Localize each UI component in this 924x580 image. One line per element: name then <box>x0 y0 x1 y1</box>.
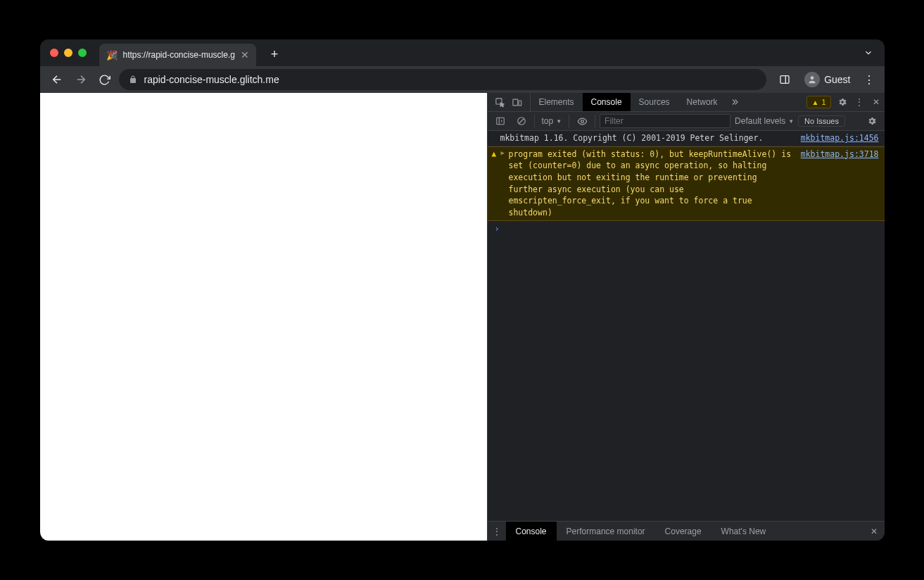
svg-rect-2 <box>780 76 789 84</box>
filter-input[interactable] <box>600 114 730 128</box>
log-source-link[interactable]: mkbitmap.js:3718 <box>801 149 879 219</box>
warning-count-badge[interactable]: ▲ 1 <box>806 96 830 108</box>
issues-button[interactable]: No Issues <box>798 115 845 127</box>
browser-window: 🎉 https://rapid-concise-muscle.g ✕ + rap… <box>40 39 885 541</box>
tab-elements[interactable]: Elements <box>531 93 583 111</box>
svg-rect-8 <box>496 118 504 124</box>
lock-icon[interactable] <box>129 75 137 84</box>
drawer-tab-console[interactable]: Console <box>506 522 557 541</box>
close-tab-icon[interactable]: ✕ <box>241 49 249 61</box>
log-source-link[interactable]: mkbitmap.js:1456 <box>801 132 879 144</box>
svg-rect-6 <box>513 99 518 106</box>
expand-caret-icon[interactable]: ▶ <box>501 149 505 158</box>
console-toolbar: top ▼ Default levels ▼ No Issues <box>488 112 885 131</box>
devtools-panel: Elements Console Sources Network ▲ 1 ⋮ ✕ <box>487 93 885 541</box>
console-settings-icon[interactable] <box>863 116 880 126</box>
log-message: mkbitmap 1.16. Copyright (C) 2001-2019 P… <box>500 132 795 144</box>
favicon-icon: 🎉 <box>106 50 118 61</box>
console-prompt[interactable]: › <box>488 221 885 237</box>
devtools-close-icon[interactable]: ✕ <box>868 93 885 111</box>
browser-tab[interactable]: 🎉 https://rapid-concise-muscle.g ✕ <box>99 44 256 66</box>
tab-network[interactable]: Network <box>678 93 726 111</box>
console-log-row[interactable]: mkbitmap 1.16. Copyright (C) 2001-2019 P… <box>488 131 885 146</box>
warning-icon: ▲ <box>492 149 497 160</box>
clear-console-icon[interactable] <box>513 116 530 126</box>
address-bar[interactable]: rapid-concise-muscle.glitch.me <box>119 69 767 90</box>
drawer-tab-whatsnew[interactable]: What's New <box>711 522 776 541</box>
forward-button[interactable] <box>71 70 91 89</box>
chevron-down-icon: ▼ <box>556 118 562 125</box>
drawer-tab-perfmon[interactable]: Performance monitor <box>557 522 655 541</box>
svg-point-4 <box>811 76 814 80</box>
devtools-drawer: ⋮ Console Performance monitor Coverage W… <box>488 521 885 541</box>
svg-line-11 <box>519 119 524 124</box>
console-output[interactable]: mkbitmap 1.16. Copyright (C) 2001-2019 P… <box>488 131 885 521</box>
reload-button[interactable] <box>95 70 115 89</box>
minimize-window-button[interactable] <box>64 49 72 57</box>
device-toolbar-icon[interactable] <box>509 97 526 108</box>
chrome-menu-icon[interactable]: ⋮ <box>861 73 878 87</box>
devtools-settings-icon[interactable] <box>834 93 851 111</box>
close-window-button[interactable] <box>50 49 58 57</box>
svg-rect-7 <box>519 101 521 106</box>
levels-label: Default levels <box>735 116 785 126</box>
prompt-chevron-icon: › <box>495 224 500 234</box>
tab-search-icon[interactable] <box>863 48 873 58</box>
more-tabs-icon[interactable] <box>726 93 743 111</box>
back-button[interactable] <box>47 70 67 89</box>
traffic-lights <box>50 49 87 57</box>
nav-toolbar: rapid-concise-muscle.glitch.me Guest ⋮ <box>40 66 885 93</box>
log-message: program exited (with status: 0), but kee… <box>509 149 795 219</box>
zoom-window-button[interactable] <box>78 49 87 57</box>
avatar-icon <box>804 72 820 87</box>
toolbar-right: Guest ⋮ <box>775 70 877 89</box>
warning-triangle-icon: ▲ <box>811 99 818 106</box>
console-warn-row[interactable]: ▲ ▶ program exited (with status: 0), but… <box>488 146 885 221</box>
live-expression-icon[interactable] <box>574 116 590 127</box>
new-tab-button[interactable]: + <box>265 44 284 64</box>
console-sidebar-toggle-icon[interactable] <box>492 116 509 126</box>
devtools-tabbar: Elements Console Sources Network ▲ 1 ⋮ ✕ <box>488 93 885 112</box>
url-text: rapid-concise-muscle.glitch.me <box>144 74 279 85</box>
profile-chip[interactable]: Guest <box>800 70 854 89</box>
tab-title: https://rapid-concise-muscle.g <box>123 50 235 60</box>
tab-console[interactable]: Console <box>583 93 631 111</box>
tab-sources[interactable]: Sources <box>631 93 678 111</box>
drawer-tab-coverage[interactable]: Coverage <box>655 522 711 541</box>
devtools-menu-icon[interactable]: ⋮ <box>851 93 868 111</box>
side-panel-icon[interactable] <box>775 70 795 89</box>
svg-point-12 <box>581 120 583 122</box>
drawer-menu-icon[interactable]: ⋮ <box>488 522 506 541</box>
chevron-down-icon: ▼ <box>788 118 794 125</box>
drawer-close-icon[interactable]: ✕ <box>863 522 885 541</box>
log-levels-selector[interactable]: Default levels ▼ <box>735 116 794 126</box>
titlebar: 🎉 https://rapid-concise-muscle.g ✕ + <box>40 39 885 66</box>
profile-label: Guest <box>824 74 850 85</box>
warning-count: 1 <box>821 98 825 106</box>
page-viewport[interactable] <box>40 93 487 541</box>
context-label: top <box>542 116 554 126</box>
inspect-element-icon[interactable] <box>492 97 509 108</box>
context-selector[interactable]: top ▼ <box>539 116 565 126</box>
content-area: Elements Console Sources Network ▲ 1 ⋮ ✕ <box>40 93 885 541</box>
